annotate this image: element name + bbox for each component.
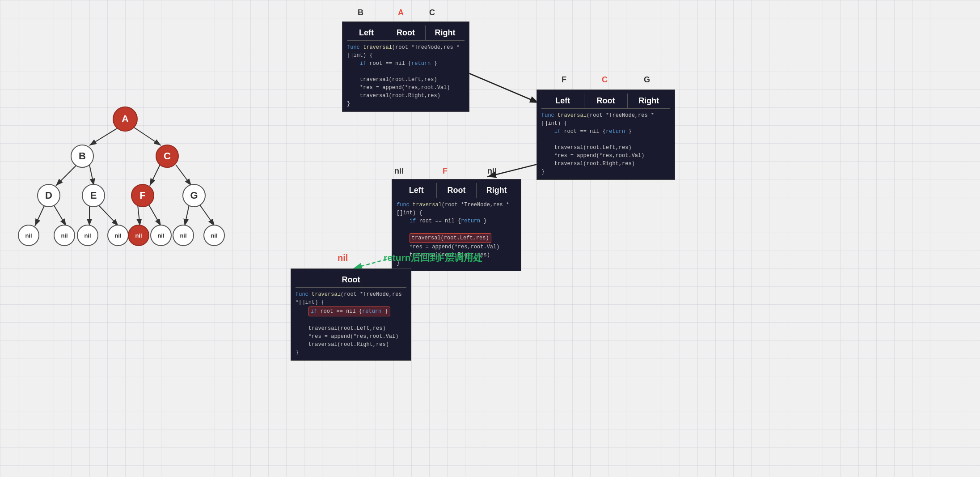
svg-line-17 — [465, 72, 539, 103]
node-B: B — [71, 145, 94, 168]
node-A: A — [113, 106, 138, 132]
top-code-content: func traversal(root *TreeNode,res *[]int… — [347, 43, 465, 108]
svg-line-8 — [176, 165, 191, 186]
svg-line-5 — [56, 165, 77, 186]
top-box-label-C: C — [429, 8, 435, 17]
return-annotation: return后回到F层调用处 — [384, 251, 482, 264]
top-code-box: Left Root Right func traversal(root *Tre… — [342, 21, 469, 112]
middle-cell-right: Right — [477, 183, 516, 198]
svg-line-13 — [138, 205, 140, 226]
bottom-code-box: Root func traversal(root *TreeNode,res *… — [291, 268, 411, 361]
node-nil4: nil — [107, 225, 129, 246]
middle-box-label-nil2: nil — [487, 166, 497, 176]
node-nil3: nil — [77, 225, 98, 246]
svg-line-14 — [149, 205, 161, 226]
svg-line-10 — [54, 205, 66, 226]
node-G: G — [182, 184, 206, 207]
right-box-header: Left Root Right — [541, 94, 670, 109]
right-cell-left: Left — [541, 94, 584, 108]
middle-box-label-F: F — [443, 166, 448, 176]
node-nil2: nil — [54, 225, 75, 246]
bottom-code-content: func traversal(root *TreeNode,res *[]int… — [296, 290, 406, 357]
node-nil8: nil — [203, 225, 225, 246]
node-E: E — [82, 184, 105, 207]
node-D: D — [37, 184, 60, 207]
right-code-content: func traversal(root *TreeNode,res *[]int… — [541, 111, 670, 176]
svg-line-16 — [200, 205, 215, 226]
node-C: C — [156, 145, 179, 168]
middle-box-label-nil1: nil — [394, 166, 404, 176]
right-box-label-F: F — [562, 75, 566, 85]
bottom-nil-label: nil — [338, 253, 348, 263]
top-cell-root: Root — [386, 26, 426, 40]
middle-box-header: Left Root Right — [397, 183, 516, 198]
top-cell-right: Right — [426, 26, 465, 40]
node-nil1: nil — [18, 225, 39, 246]
svg-line-15 — [185, 205, 189, 226]
top-box-label-A: A — [398, 8, 404, 17]
right-cell-right: Right — [628, 94, 670, 108]
middle-cell-left: Left — [397, 183, 437, 198]
right-box-label-C: C — [602, 75, 608, 85]
bottom-box-header: Root — [296, 273, 406, 288]
top-box-label-B: B — [358, 8, 363, 17]
middle-cell-root: Root — [437, 183, 477, 198]
svg-line-9 — [35, 205, 45, 226]
node-F: F — [131, 184, 154, 207]
node-nil7: nil — [173, 225, 194, 246]
svg-line-4 — [134, 128, 161, 145]
canvas: A B C D E F G nil nil nil nil nil nil ni… — [0, 0, 980, 477]
svg-line-3 — [89, 128, 118, 145]
top-cell-left: Left — [347, 26, 386, 40]
node-nil5: nil — [128, 225, 149, 246]
svg-line-7 — [150, 165, 160, 186]
top-box-header: Left Root Right — [347, 26, 465, 41]
right-box-label-G: G — [644, 75, 650, 85]
bottom-cell-root: Root — [296, 273, 406, 287]
node-nil6: nil — [150, 225, 172, 246]
right-code-box: Left Root Right func traversal(root *Tre… — [536, 89, 675, 180]
right-cell-root: Root — [584, 94, 627, 108]
svg-line-12 — [98, 205, 118, 226]
svg-line-6 — [89, 165, 94, 186]
